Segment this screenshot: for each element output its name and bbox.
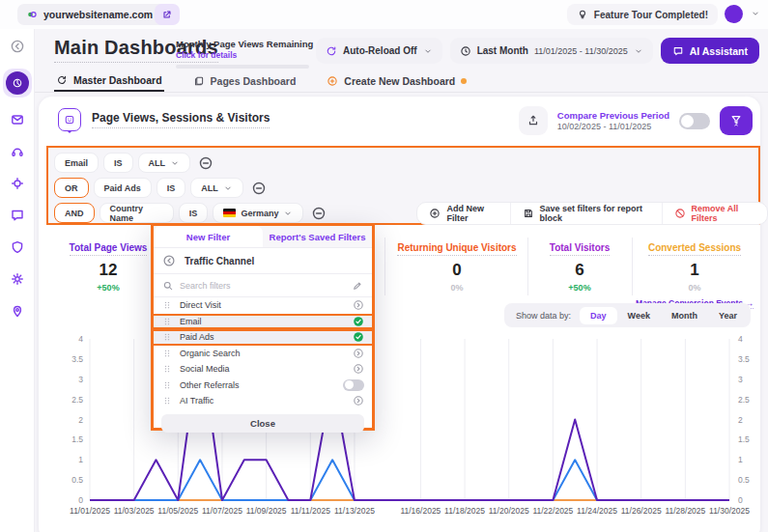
svg-text:0.5: 0.5 [71,475,83,485]
option-toggle[interactable] [343,379,364,391]
filter-field-pill[interactable]: Email [54,153,99,173]
tab-new-filter[interactable]: New Filter [154,226,263,247]
arrow-circle-icon[interactable] [353,348,364,359]
sidebar-item-privacy[interactable] [8,238,27,257]
drag-handle-icon[interactable] [161,331,173,343]
pages-icon [193,75,205,87]
svg-text:11/13/2025: 11/13/2025 [334,506,375,516]
show-data-by: Show data by:DayWeekMonthYear [504,303,751,327]
filter-operator-pill[interactable]: IS [179,203,209,223]
tab-reports-saved-filters[interactable]: Report's Saved Filters [263,226,372,247]
search-filters-input[interactable] [180,281,346,291]
filter-option-direct-visit[interactable]: Direct Visit [154,297,372,314]
arrow-circle-icon[interactable] [353,395,364,406]
close-button[interactable]: Close [161,414,364,433]
sidebar-item-dashboards[interactable] [3,69,32,98]
avatar-chevron-icon[interactable] [751,9,760,18]
check-circle-icon[interactable] [353,316,364,327]
add-new-filter-button[interactable]: Add New Filter [417,203,509,224]
block-title: Page Views, Sessions & Visitors [92,111,270,128]
filter-option-ai-traffic[interactable]: AI Traffic [154,393,372,409]
conjunction-pill-label: OR [65,183,78,193]
auto-reload-button[interactable]: Auto-Reload Off [316,38,442,64]
auto-reload-label: Auto-Reload Off [343,45,417,56]
sidebar-item-settings[interactable] [8,269,27,289]
quota-details-link[interactable]: Click for details [176,50,321,60]
tab-master-dashboard[interactable]: Master Dashboard [54,70,164,92]
filter-value-pill[interactable]: ALL [190,178,243,198]
site-selector[interactable]: yourwebsitename.com [17,4,177,25]
quota-progress-bar [176,65,309,69]
dashboard-tabs: Master DashboardPages DashboardCreate Ne… [35,70,768,93]
sidebar-item-audience[interactable] [8,174,27,193]
filter-operator-pill[interactable]: IS [103,153,133,173]
filter-option-email[interactable]: Email [154,314,372,330]
svg-text:1: 1 [78,455,83,464]
filter-field-pill[interactable]: Country Name [100,203,174,223]
arrow-circle-icon[interactable] [353,363,364,375]
svg-text:1: 1 [738,455,743,464]
filter-value-pill[interactable]: ALL [138,153,191,173]
remove-filter-icon[interactable] [251,181,267,196]
sidebar-item-collapse[interactable] [8,37,27,56]
remove-filter-icon[interactable] [311,206,327,221]
export-button[interactable] [519,106,548,135]
filter-value-pill[interactable]: Germany [213,203,303,223]
svg-text:11/01/2025: 11/01/2025 [70,506,110,516]
stat-divider [527,238,528,295]
compare-toggle[interactable] [679,113,710,129]
lightbulb-icon [577,9,588,20]
drag-handle-icon[interactable] [161,363,173,375]
tab-pages-dashboard[interactable]: Pages Dashboard [191,70,299,92]
granularity-year[interactable]: Year [708,307,748,324]
conjunction-pill[interactable]: OR [54,178,89,198]
stat-value: 6 [529,261,630,280]
filter-option-label: Social Media [180,364,346,374]
date-range-button[interactable]: Last Month 11/01/2025 - 11/30/2025 [450,38,653,64]
sidebar-item-visitors[interactable] [8,301,27,321]
svg-text:0: 0 [738,495,743,505]
sidebar-item-email-reports[interactable] [8,110,27,129]
granularity-month[interactable]: Month [661,307,708,324]
filter-option-label: Organic Search [180,349,346,358]
plus-circle-icon [429,208,441,219]
filter-option-paid-ads[interactable]: Paid Ads [154,329,372,346]
compare-label: Compare Previous Period [557,110,669,121]
sidebar-item-chat[interactable] [8,206,27,225]
svg-text:2.5: 2.5 [71,395,83,405]
arrow-circle-icon[interactable] [353,299,364,311]
drag-handle-icon[interactable] [161,348,173,359]
app-window: yourwebsitename.com Feature Tour Complet… [0,0,768,532]
tab-create-new-dashboard[interactable]: Create New Dashboard [325,70,469,92]
filter-field-pill[interactable]: Paid Ads [94,178,152,198]
feature-tour-badge[interactable]: Feature Tour Completed! [567,4,718,25]
remove-all-filters-button[interactable]: Remove All Filters [662,203,767,224]
search-icon [162,280,174,292]
filter-operator-pill[interactable]: IS [156,178,186,198]
granularity-week[interactable]: Week [617,307,661,324]
stat-value: 0 [384,261,529,280]
avatar[interactable] [725,5,743,23]
check-circle-icon[interactable] [353,331,364,343]
filter-option-other-referrals[interactable]: Other Referrals [154,378,372,394]
sidebar-item-support[interactable] [8,142,27,161]
pen-icon[interactable] [352,280,363,292]
filter-option-organic-search[interactable]: Organic Search [154,346,372,362]
envelope-icon [10,112,25,127]
granularity-day[interactable]: Day [580,307,617,324]
filter-field-pill-label: Email [65,158,88,168]
filter-operator-pill-label: IS [167,183,176,193]
filters-button[interactable] [720,106,753,135]
drag-handle-icon[interactable] [161,395,173,406]
drag-handle-icon[interactable] [161,316,173,327]
external-link-icon [161,9,173,20]
filter-option-social-media[interactable]: Social Media [154,361,372,378]
remove-filter-icon[interactable] [198,155,213,171]
back-icon[interactable] [162,254,176,267]
save-set-filters-button[interactable]: Save set filters for report block [510,203,662,224]
conjunction-pill[interactable]: AND [54,203,95,223]
drag-handle-icon[interactable] [161,379,173,391]
ai-assistant-button[interactable]: AI Assistant [661,38,759,64]
open-site-button[interactable] [155,4,180,25]
drag-handle-icon[interactable] [161,299,173,311]
